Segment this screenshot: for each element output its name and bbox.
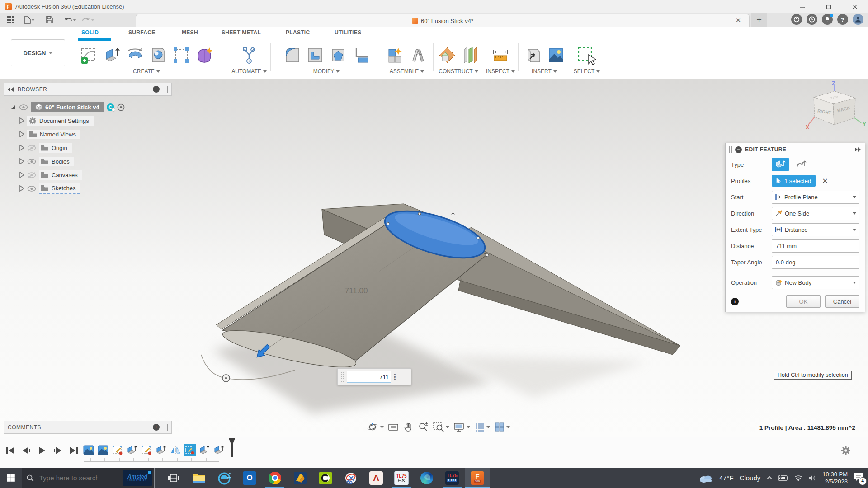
group-label-create[interactable]: CREATE [75, 68, 218, 75]
combine-button[interactable] [328, 45, 349, 66]
workspace-selector[interactable]: DESIGN [11, 39, 65, 66]
ok-button[interactable]: OK [786, 295, 821, 308]
internet-explorer-button[interactable] [212, 468, 237, 488]
timeline-feature-sketch-1[interactable] [111, 444, 124, 456]
viewports-button[interactable] [494, 422, 510, 432]
fusion-360-taskbar-button[interactable]: F 360 [465, 468, 490, 488]
expander-collapsed-icon[interactable] [19, 158, 24, 164]
pan-button[interactable] [403, 422, 414, 432]
chrome-button[interactable] [262, 468, 288, 488]
outlook-button[interactable]: O [237, 468, 262, 488]
timeline-feature-extrude-4[interactable] [212, 444, 225, 456]
timeline-feature-sketch-selected[interactable] [184, 444, 196, 456]
weather-condition[interactable]: Cloudy [740, 474, 761, 482]
timeline-feature-extrude-1[interactable] [126, 444, 138, 456]
document-tab-close-button[interactable]: ✕ [734, 16, 743, 25]
dimension-options-button[interactable]: ••• [394, 374, 396, 380]
timeline-skip-start-button[interactable] [5, 445, 16, 456]
document-tab[interactable]: 60" Fusion Stick v4* ✕ [136, 14, 750, 27]
browser-item-bodies[interactable]: Bodies [4, 155, 172, 168]
search-input[interactable] [38, 474, 99, 482]
pattern-button[interactable] [171, 45, 192, 66]
timeline-feature-extrude-3[interactable] [198, 444, 211, 456]
tab-solid[interactable]: SOLID [81, 29, 99, 36]
type-extrude-button[interactable] [772, 158, 789, 171]
midplane-button[interactable] [460, 45, 481, 66]
dialog-grip[interactable] [729, 146, 732, 153]
dimension-input[interactable] [347, 371, 391, 383]
expander-collapsed-icon[interactable] [19, 117, 24, 124]
new-component-button[interactable] [385, 45, 406, 66]
dimension-input-handle[interactable] [340, 372, 344, 382]
dock-panel-icon[interactable] [854, 147, 861, 152]
tl75-edu-button[interactable]: TL75 EDU [439, 468, 465, 488]
search-highlight-amsted-tile[interactable]: Amsted INDUSTRIES [123, 470, 152, 486]
taper-angle-input[interactable] [772, 256, 859, 269]
eye-hidden-icon[interactable] [27, 145, 36, 151]
save-button[interactable] [42, 14, 56, 26]
joint-button[interactable] [408, 45, 429, 66]
measure-button[interactable] [490, 45, 511, 66]
redo-button[interactable] [81, 14, 95, 26]
browser-collapse-button[interactable]: − [153, 86, 160, 93]
comments-panel-header[interactable]: COMMENTS + [4, 421, 172, 434]
orbit-button[interactable] [367, 422, 384, 432]
tab-surface[interactable]: SURFACE [128, 29, 155, 36]
offset-plane-button[interactable] [437, 45, 458, 66]
expander-expanded-icon[interactable] [10, 104, 16, 110]
maximize-button[interactable] [816, 0, 842, 13]
group-label-assemble[interactable]: ASSEMBLE [383, 68, 430, 75]
task-view-button[interactable] [161, 468, 186, 488]
profiles-selected-chip[interactable]: 1 selected [772, 175, 816, 187]
user-avatar[interactable] [853, 14, 863, 25]
tl75-button[interactable]: TL75 [389, 468, 414, 488]
minimize-button[interactable] [789, 0, 816, 13]
snipping-tool-button[interactable] [338, 468, 363, 488]
timeline-settings-gear-icon[interactable] [841, 446, 851, 455]
automate-button[interactable] [239, 45, 259, 66]
extensions-icon[interactable] [791, 14, 802, 25]
info-icon[interactable]: i [731, 298, 739, 305]
eye-visible-icon[interactable] [27, 159, 36, 164]
browser-item-document-settings[interactable]: Document Settings [4, 114, 172, 127]
distance-input[interactable] [772, 239, 859, 253]
browser-root-label[interactable]: 60" Fusion Stick v4 [45, 104, 99, 111]
timeline-play-button[interactable] [36, 445, 48, 456]
new-document-tab-button[interactable]: + [751, 13, 767, 27]
expander-collapsed-icon[interactable] [19, 131, 24, 137]
extrude-button[interactable] [102, 45, 123, 66]
taskbar-search[interactable]: Amsted INDUSTRIES [22, 468, 155, 488]
direction-dropdown[interactable]: One Side [772, 207, 859, 220]
cancel-button[interactable]: Cancel [825, 295, 859, 308]
zoom-button[interactable] [418, 422, 429, 432]
operation-dropdown[interactable]: New Body [772, 276, 859, 289]
tail-boom[interactable] [458, 227, 680, 355]
tab-plastic[interactable]: PLASTIC [286, 29, 310, 36]
start-button[interactable] [0, 468, 22, 488]
action-center-button[interactable]: 4 [854, 473, 863, 483]
comments-panel-grip[interactable] [165, 424, 168, 431]
file-explorer-button[interactable] [186, 468, 212, 488]
timeline-feature-sketch-2[interactable] [140, 444, 153, 456]
weather-temperature[interactable]: 47°F [719, 474, 734, 482]
zoom-fit-button[interactable] [433, 422, 449, 432]
taskbar-clock[interactable]: 10:30 PM 2/5/2023 [822, 471, 848, 485]
press-pull-button[interactable] [282, 45, 302, 66]
tab-utilities[interactable]: UTILITIES [335, 29, 361, 36]
grid-display-button[interactable] [474, 422, 490, 432]
expander-collapsed-icon[interactable] [19, 172, 24, 178]
shell-button[interactable] [305, 45, 326, 66]
timeline-feature-canvas-1[interactable] [82, 444, 95, 456]
look-at-button[interactable] [388, 422, 399, 432]
wifi-icon[interactable] [794, 475, 802, 481]
file-menu-button[interactable] [23, 14, 36, 26]
select-button[interactable] [576, 45, 597, 66]
expander-collapsed-icon[interactable] [19, 185, 24, 192]
timeline-feature-mirror[interactable] [169, 444, 182, 456]
eye-hidden-icon[interactable] [27, 172, 36, 178]
tray-overflow-chevron-icon[interactable] [766, 476, 773, 480]
eye-visible-icon[interactable] [27, 186, 36, 192]
create-form-button[interactable] [194, 45, 215, 66]
create-sketch-button[interactable] [79, 45, 99, 66]
timeline-step-forward-button[interactable] [52, 445, 64, 456]
